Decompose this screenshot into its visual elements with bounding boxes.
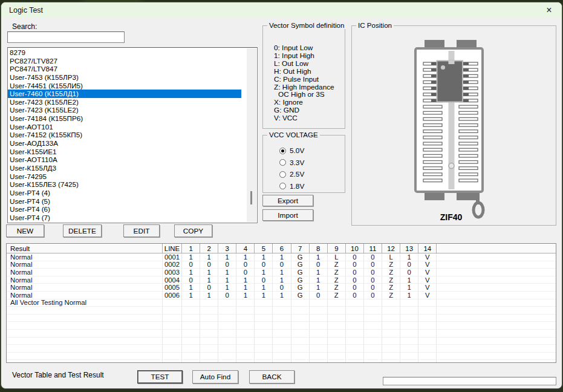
- table-cell: [437, 284, 556, 292]
- table-cell: [7, 307, 163, 315]
- table-cell: V: [418, 284, 437, 292]
- table-cell: 0: [346, 284, 364, 292]
- copy-button[interactable]: COPY: [174, 224, 212, 237]
- titlebar[interactable]: Logic Test ×: [1, 2, 562, 18]
- list-item[interactable]: User-АОТ101: [8, 123, 241, 131]
- table-footer-row[interactable]: All Vector Testing Normal: [7, 299, 556, 307]
- chip-list[interactable]: 8279PC827/LTV827PC847/LTV847User-7453 (К…: [7, 47, 258, 223]
- table-empty-row[interactable]: [7, 315, 556, 322]
- table-row[interactable]: Normal0002000000G0Z00Z0V: [7, 261, 556, 269]
- import-button[interactable]: Import: [262, 209, 313, 221]
- list-item[interactable]: User-74152 (К155КП5): [8, 131, 241, 139]
- table-cell: [236, 330, 255, 338]
- desktop: Logic Test × Search: 8279PC827/LTV827PC8…: [0, 0, 563, 392]
- radio-icon[interactable]: [279, 183, 286, 189]
- table-cell: G: [291, 253, 310, 261]
- table-cell: 0003: [163, 269, 182, 276]
- table-cell: 1: [236, 276, 255, 284]
- table-cell: Z: [328, 276, 346, 284]
- list-item[interactable]: User-АОТ110А: [8, 155, 241, 164]
- list-scrollbar[interactable]: [247, 48, 256, 222]
- new-button[interactable]: NEW: [6, 224, 44, 237]
- list-item[interactable]: 8279: [8, 48, 241, 57]
- list-item[interactable]: User-РТ4 (7): [8, 214, 241, 222]
- edit-button[interactable]: EDIT: [123, 224, 160, 237]
- list-item[interactable]: User-74184 (К155ПР6): [8, 114, 241, 123]
- list-item[interactable]: User-РТ4 (4): [8, 189, 241, 197]
- column-header: 11: [364, 244, 382, 253]
- table-empty-row[interactable]: [7, 307, 556, 315]
- list-item[interactable]: User-РТ4 (5): [8, 197, 241, 206]
- back-button[interactable]: BACK: [249, 370, 295, 384]
- table-cell: Normal: [7, 261, 163, 269]
- table-cell: [310, 353, 328, 361]
- list-item[interactable]: PC827/LTV827: [8, 57, 241, 65]
- vcc-option-5.0V[interactable]: 5.0V: [279, 146, 304, 155]
- vcc-option-3.3V[interactable]: 3.3V: [279, 158, 304, 168]
- table-row[interactable]: Normal0001111111G1L00L1V: [7, 253, 556, 261]
- table-cell: [418, 338, 437, 345]
- table-empty-row[interactable]: [7, 345, 556, 353]
- list-item[interactable]: User-К155ЛД3: [8, 164, 241, 172]
- table-row[interactable]: Normal0004011101G1Z00Z1V: [7, 276, 556, 284]
- table-cell: [364, 345, 382, 353]
- search-input[interactable]: [7, 31, 125, 43]
- table-cell: [382, 345, 400, 353]
- progress-bar: [383, 377, 556, 385]
- list-item[interactable]: User-РТ4 (6): [8, 205, 241, 214]
- test-button[interactable]: TEST: [137, 370, 183, 384]
- close-icon[interactable]: ×: [539, 2, 559, 18]
- list-item[interactable]: User-7453 (К155ЛР3): [8, 73, 241, 82]
- table-cell: [236, 360, 255, 363]
- list-item[interactable]: User-7423 (К155ЛЕ2): [8, 98, 241, 106]
- list-item[interactable]: User-ИД10: [8, 221, 241, 223]
- column-header: 9: [328, 244, 346, 253]
- delete-button[interactable]: DELETE: [63, 224, 102, 237]
- table-cell: 1: [255, 292, 273, 299]
- table-cell: [163, 360, 182, 363]
- vcc-option-1.8V[interactable]: 1.8V: [279, 181, 304, 191]
- table-row[interactable]: Normal0006110111G0Z00Z1V: [7, 292, 556, 299]
- radio-icon[interactable]: [279, 148, 286, 154]
- list-item[interactable]: User-К155ИЕ1: [8, 148, 241, 156]
- table-cell: [255, 360, 273, 363]
- column-header: 1: [182, 244, 200, 253]
- table-cell: Z: [328, 292, 346, 299]
- column-header: [437, 244, 556, 253]
- radio-icon[interactable]: [279, 171, 286, 178]
- vcc-option-2.5V[interactable]: 2.5V: [279, 169, 304, 179]
- table-cell: 0: [346, 292, 364, 299]
- list-scrollbar-thumb[interactable]: [250, 191, 252, 204]
- table-empty-row[interactable]: [7, 322, 556, 330]
- table-cell: V: [418, 269, 437, 276]
- auto-find-button[interactable]: Auto Find: [192, 370, 238, 384]
- table-cell: [346, 322, 364, 330]
- table-cell: 0: [364, 261, 382, 269]
- list-item[interactable]: User-К155ЛЕ3 (7425): [8, 180, 241, 189]
- list-item[interactable]: User-7460 (К155ЛД1): [8, 90, 241, 98]
- column-header: 4: [236, 244, 255, 253]
- table-cell: G: [291, 284, 310, 292]
- export-button[interactable]: Export: [262, 195, 313, 206]
- table-cell: 1: [218, 253, 236, 261]
- list-item[interactable]: User-АОД133А: [8, 139, 241, 148]
- table-empty-row[interactable]: [7, 360, 556, 363]
- table-row[interactable]: Normal0003111011G1Z00Z0V: [7, 269, 556, 276]
- table-empty-row[interactable]: [7, 353, 556, 361]
- list-item[interactable]: User-74451 (К155ЛИ5): [8, 82, 241, 90]
- table-cell: 1: [400, 253, 418, 261]
- table-cell: [182, 307, 200, 315]
- table-empty-row[interactable]: [7, 338, 556, 345]
- list-item[interactable]: PC847/LTV847: [8, 65, 241, 73]
- list-item[interactable]: User-74295: [8, 172, 241, 181]
- table-cell: [382, 360, 400, 363]
- list-item[interactable]: User-7423 (K155LE2): [8, 106, 241, 114]
- table-empty-row[interactable]: [7, 330, 556, 338]
- vector-result-table[interactable]: ResultLINE1234567891011121314Normal00011…: [6, 243, 556, 363]
- table-row[interactable]: Normal0005101110G1Z00Z1V: [7, 284, 556, 292]
- table-cell: [310, 322, 328, 330]
- table-cell: 1: [273, 269, 291, 276]
- radio-icon[interactable]: [279, 159, 286, 166]
- table-cell: [400, 360, 418, 363]
- table-cell: [291, 330, 310, 338]
